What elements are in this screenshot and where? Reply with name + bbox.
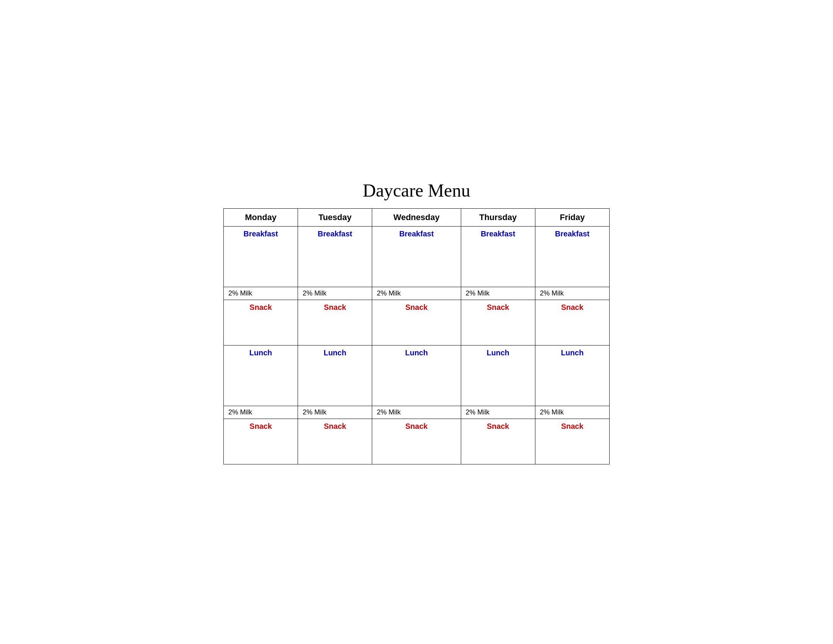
snack2-label-friday: Snack <box>540 422 605 431</box>
snack1-label-friday: Snack <box>540 303 605 312</box>
breakfast-row: Breakfast Breakfast Breakfast Breakfast … <box>224 226 609 287</box>
breakfast-tuesday: Breakfast <box>298 226 372 287</box>
breakfast-label-friday: Breakfast <box>540 230 605 238</box>
snack1-friday: Snack <box>535 299 609 345</box>
snack2-label-wednesday: Snack <box>377 422 456 431</box>
milk2-thursday: 2% Milk <box>461 406 535 419</box>
lunch-label-friday: Lunch <box>540 349 605 357</box>
breakfast-label-tuesday: Breakfast <box>302 230 367 238</box>
lunch-label-thursday: Lunch <box>466 349 531 357</box>
header-wednesday: Wednesday <box>372 208 461 226</box>
snack2-label-tuesday: Snack <box>302 422 367 431</box>
breakfast-monday: Breakfast <box>224 226 298 287</box>
page-title: Daycare Menu <box>224 180 609 201</box>
lunch-wednesday: Lunch <box>372 345 461 406</box>
snack1-label-tuesday: Snack <box>302 303 367 312</box>
breakfast-thursday: Breakfast <box>461 226 535 287</box>
snack2-thursday: Snack <box>461 419 535 464</box>
header-tuesday: Tuesday <box>298 208 372 226</box>
header-monday: Monday <box>224 208 298 226</box>
lunch-monday: Lunch <box>224 345 298 406</box>
snack2-row: Snack Snack Snack Snack Snack <box>224 419 609 464</box>
lunch-thursday: Lunch <box>461 345 535 406</box>
header-thursday: Thursday <box>461 208 535 226</box>
milk1-row: 2% Milk 2% Milk 2% Milk 2% Milk 2% Milk <box>224 287 609 299</box>
milk2-friday: 2% Milk <box>535 406 609 419</box>
milk1-friday: 2% Milk <box>535 287 609 299</box>
breakfast-wednesday: Breakfast <box>372 226 461 287</box>
snack2-wednesday: Snack <box>372 419 461 464</box>
snack2-label-monday: Snack <box>228 422 293 431</box>
lunch-label-monday: Lunch <box>228 349 293 357</box>
snack1-monday: Snack <box>224 299 298 345</box>
lunch-tuesday: Lunch <box>298 345 372 406</box>
snack1-thursday: Snack <box>461 299 535 345</box>
milk2-tuesday: 2% Milk <box>298 406 372 419</box>
milk1-monday: 2% Milk <box>224 287 298 299</box>
lunch-friday: Lunch <box>535 345 609 406</box>
page-container: Daycare Menu Monday Tuesday Wednesday Th… <box>208 157 625 487</box>
lunch-label-wednesday: Lunch <box>377 349 456 357</box>
breakfast-label-wednesday: Breakfast <box>377 230 456 238</box>
snack1-tuesday: Snack <box>298 299 372 345</box>
snack1-wednesday: Snack <box>372 299 461 345</box>
snack1-label-thursday: Snack <box>466 303 531 312</box>
snack2-tuesday: Snack <box>298 419 372 464</box>
milk1-thursday: 2% Milk <box>461 287 535 299</box>
milk2-row: 2% Milk 2% Milk 2% Milk 2% Milk 2% Milk <box>224 406 609 419</box>
breakfast-label-thursday: Breakfast <box>466 230 531 238</box>
snack1-label-monday: Snack <box>228 303 293 312</box>
milk2-wednesday: 2% Milk <box>372 406 461 419</box>
milk2-monday: 2% Milk <box>224 406 298 419</box>
snack1-label-wednesday: Snack <box>377 303 456 312</box>
header-friday: Friday <box>535 208 609 226</box>
lunch-label-tuesday: Lunch <box>302 349 367 357</box>
snack1-row: Snack Snack Snack Snack Snack <box>224 299 609 345</box>
breakfast-label-monday: Breakfast <box>228 230 293 238</box>
milk1-tuesday: 2% Milk <box>298 287 372 299</box>
lunch-row: Lunch Lunch Lunch Lunch Lunch <box>224 345 609 406</box>
menu-table: Monday Tuesday Wednesday Thursday Friday… <box>224 208 609 464</box>
milk1-wednesday: 2% Milk <box>372 287 461 299</box>
snack2-monday: Snack <box>224 419 298 464</box>
snack2-friday: Snack <box>535 419 609 464</box>
header-row: Monday Tuesday Wednesday Thursday Friday <box>224 208 609 226</box>
snack2-label-thursday: Snack <box>466 422 531 431</box>
breakfast-friday: Breakfast <box>535 226 609 287</box>
